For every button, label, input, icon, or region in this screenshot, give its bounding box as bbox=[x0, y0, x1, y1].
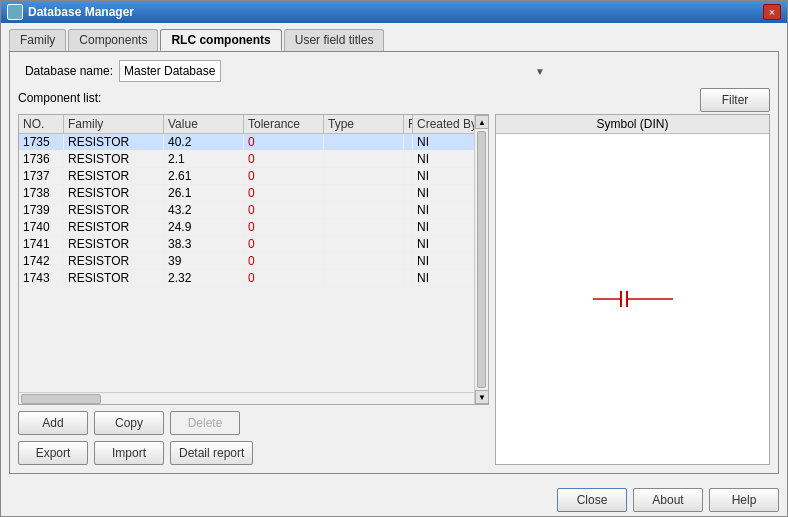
table-cell bbox=[324, 219, 404, 235]
table-row[interactable]: 1735RESISTOR40.20NI bbox=[19, 134, 474, 151]
scroll-thumb[interactable] bbox=[477, 131, 486, 388]
db-name-select[interactable]: Master Database bbox=[119, 60, 221, 82]
close-button[interactable]: × bbox=[763, 4, 781, 20]
table-row[interactable]: 1736RESISTOR2.10NI bbox=[19, 151, 474, 168]
table-cell bbox=[324, 151, 404, 167]
tab-family[interactable]: Family bbox=[9, 29, 66, 51]
table-cell: 2.1 bbox=[164, 151, 244, 167]
table-cell: 1742 bbox=[19, 253, 64, 269]
table-cell: RESISTOR bbox=[64, 168, 164, 184]
scroll-up-button[interactable]: ▲ bbox=[475, 115, 489, 129]
table-cell: 38.3 bbox=[164, 236, 244, 252]
table-cell: 43.2 bbox=[164, 202, 244, 218]
bottom-bar: Close About Help bbox=[1, 482, 787, 516]
table-header: NO. Family Value Tolerance Type Footprin… bbox=[19, 115, 474, 134]
table-cell: 1737 bbox=[19, 168, 64, 184]
table-cell: 0 bbox=[244, 253, 324, 269]
table-row[interactable]: 1741RESISTOR38.30NI bbox=[19, 236, 474, 253]
about-button[interactable]: About bbox=[633, 488, 703, 512]
table-cell: NI bbox=[413, 270, 474, 286]
import-button[interactable]: Import bbox=[94, 441, 164, 465]
add-button[interactable]: Add bbox=[18, 411, 88, 435]
vertical-scrollbar[interactable]: ▲ ▼ bbox=[474, 115, 488, 404]
col-header-value: Value bbox=[164, 115, 244, 133]
table-cell: RESISTOR bbox=[64, 151, 164, 167]
table-row[interactable]: 1738RESISTOR26.10NI bbox=[19, 185, 474, 202]
title-bar-icon bbox=[7, 4, 23, 20]
table-cell bbox=[324, 168, 404, 184]
content-area: Family Components RLC components User fi… bbox=[1, 23, 787, 482]
table-cell bbox=[324, 236, 404, 252]
delete-button[interactable]: Delete bbox=[170, 411, 240, 435]
help-button[interactable]: Help bbox=[709, 488, 779, 512]
table-with-scroll: NO. Family Value Tolerance Type Footprin… bbox=[18, 114, 489, 405]
table-body: 1735RESISTOR40.20NI1736RESISTOR2.10NI173… bbox=[19, 134, 474, 392]
table-cell: 39 bbox=[164, 253, 244, 269]
table-cell: 0 bbox=[244, 236, 324, 252]
table-cell: 0 bbox=[244, 270, 324, 286]
table-cell: 0 bbox=[244, 151, 324, 167]
table-cell: 26.1 bbox=[164, 185, 244, 201]
col-header-tolerance: Tolerance bbox=[244, 115, 324, 133]
db-name-select-wrapper: Master Database bbox=[119, 60, 549, 82]
export-button[interactable]: Export bbox=[18, 441, 88, 465]
table-cell: 1738 bbox=[19, 185, 64, 201]
table-row[interactable]: 1742RESISTOR390NI bbox=[19, 253, 474, 270]
table-cell bbox=[404, 168, 413, 184]
table-cell: RESISTOR bbox=[64, 134, 164, 150]
detail-report-button[interactable]: Detail report bbox=[170, 441, 253, 465]
table-row[interactable]: 1743RESISTOR2.320NI bbox=[19, 270, 474, 287]
symbol-svg bbox=[593, 279, 673, 319]
table-inner: NO. Family Value Tolerance Type Footprin… bbox=[19, 115, 474, 404]
table-cell: RESISTOR bbox=[64, 236, 164, 252]
table-cell: 24.9 bbox=[164, 219, 244, 235]
table-cell: NI bbox=[413, 253, 474, 269]
table-cell: RESISTOR bbox=[64, 253, 164, 269]
main-window: Database Manager × Family Components RLC… bbox=[0, 0, 788, 517]
scrollbar-x-thumb[interactable] bbox=[21, 394, 101, 404]
copy-button[interactable]: Copy bbox=[94, 411, 164, 435]
table-row[interactable]: 1739RESISTOR43.20NI bbox=[19, 202, 474, 219]
table-cell: NI bbox=[413, 134, 474, 150]
table-cell bbox=[404, 253, 413, 269]
symbol-box: Symbol (DIN) bbox=[495, 114, 770, 465]
table-cell bbox=[324, 185, 404, 201]
buttons-row-2: Export Import Detail report bbox=[18, 441, 489, 465]
table-header-row: Component list: Filter bbox=[18, 88, 770, 112]
table-cell bbox=[324, 202, 404, 218]
tab-bar: Family Components RLC components User fi… bbox=[9, 29, 779, 51]
table-cell: 0 bbox=[244, 134, 324, 150]
table-cell bbox=[404, 236, 413, 252]
filter-button[interactable]: Filter bbox=[700, 88, 770, 112]
table-cell bbox=[404, 185, 413, 201]
table-cell: 0 bbox=[244, 185, 324, 201]
scroll-down-button[interactable]: ▼ bbox=[475, 390, 489, 404]
table-cell bbox=[404, 219, 413, 235]
table-cell bbox=[404, 270, 413, 286]
table-row[interactable]: 1740RESISTOR24.90NI bbox=[19, 219, 474, 236]
component-list-label: Component list: bbox=[18, 91, 101, 105]
table-cell: NI bbox=[413, 219, 474, 235]
close-dialog-button[interactable]: Close bbox=[557, 488, 627, 512]
window-title: Database Manager bbox=[28, 5, 763, 19]
table-row[interactable]: 1737RESISTOR2.610NI bbox=[19, 168, 474, 185]
tab-rlc-components[interactable]: RLC components bbox=[160, 29, 281, 51]
buttons-row-1: Add Copy Delete bbox=[18, 411, 489, 435]
tab-user-field-titles[interactable]: User field titles bbox=[284, 29, 385, 51]
horizontal-scrollbar[interactable] bbox=[19, 392, 474, 404]
tab-components[interactable]: Components bbox=[68, 29, 158, 51]
col-header-type: Type bbox=[324, 115, 404, 133]
table-cell: RESISTOR bbox=[64, 185, 164, 201]
table-cell: 0 bbox=[244, 219, 324, 235]
table-cell: NI bbox=[413, 185, 474, 201]
table-cell: NI bbox=[413, 202, 474, 218]
table-cell bbox=[324, 134, 404, 150]
table-cell: 1740 bbox=[19, 219, 64, 235]
table-cell: RESISTOR bbox=[64, 219, 164, 235]
table-cell: NI bbox=[413, 168, 474, 184]
table-cell bbox=[404, 202, 413, 218]
table-cell: 0 bbox=[244, 202, 324, 218]
main-area: NO. Family Value Tolerance Type Footprin… bbox=[18, 114, 770, 465]
symbol-title: Symbol (DIN) bbox=[496, 115, 769, 134]
table-cell: 1735 bbox=[19, 134, 64, 150]
